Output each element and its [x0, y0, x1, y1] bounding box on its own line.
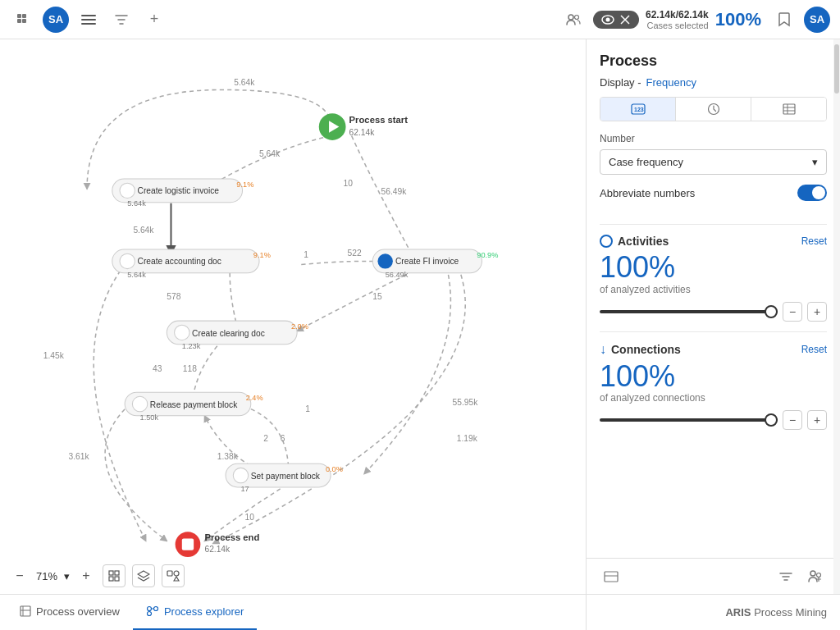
frequency-link[interactable]: Frequency — [646, 76, 696, 89]
zoom-minus-button[interactable]: − — [10, 566, 30, 586]
zoom-plus-button[interactable]: + — [76, 566, 96, 586]
svg-text:1.50k: 1.50k — [140, 413, 159, 422]
svg-rect-72 — [109, 577, 113, 581]
activities-circle-icon — [600, 235, 613, 248]
activities-percentage: 100% — [600, 251, 827, 284]
svg-text:10: 10 — [245, 513, 255, 522]
svg-text:5.64k: 5.64k — [127, 199, 146, 208]
number-value: Case frequency — [609, 156, 683, 168]
svg-text:15: 15 — [372, 293, 382, 302]
tab-process-explorer[interactable]: Process explorer — [133, 595, 258, 631]
connections-slider[interactable] — [600, 418, 778, 422]
panel-bottom-bar — [587, 558, 840, 594]
zoom-value[interactable]: 71% — [36, 570, 57, 582]
svg-point-90 — [147, 607, 151, 611]
svg-text:9.1%: 9.1% — [253, 251, 271, 259]
svg-text:56.49k: 56.49k — [386, 271, 409, 279]
activities-minus-button[interactable]: − — [783, 302, 802, 322]
cases-stats: 62.14k/62.14k Cases selected — [646, 9, 709, 30]
layout-icon[interactable] — [600, 565, 623, 588]
svg-point-42 — [120, 253, 135, 268]
svg-text:Create logistic invoice: Create logistic invoice — [138, 186, 220, 195]
svg-rect-67 — [182, 538, 194, 550]
eye-button[interactable] — [593, 11, 639, 29]
svg-rect-5 — [81, 19, 96, 21]
panel-scrollbar[interactable] — [833, 39, 840, 594]
people-icon[interactable] — [560, 7, 587, 33]
view-number-button[interactable]: 123 — [600, 98, 675, 121]
svg-point-37 — [120, 183, 135, 198]
svg-rect-2 — [17, 19, 21, 23]
activities-reset-link[interactable]: Reset — [801, 235, 827, 247]
svg-text:1.23k: 1.23k — [182, 342, 201, 350]
svg-point-85 — [810, 571, 815, 576]
svg-text:118: 118 — [183, 364, 197, 373]
activities-title: Activities — [618, 235, 669, 248]
svg-text:Process start: Process start — [349, 115, 409, 125]
connections-sub: of analyzed connections — [600, 392, 827, 404]
svg-text:9.1%: 9.1% — [236, 180, 253, 189]
svg-text:0.0%: 0.0% — [326, 465, 343, 473]
svg-text:Create clearing doc: Create clearing doc — [192, 329, 265, 338]
user-avatar[interactable]: SA — [804, 7, 830, 33]
view-grid-button[interactable] — [751, 98, 826, 121]
activities-plus-button[interactable]: + — [807, 302, 827, 322]
svg-point-52 — [175, 325, 189, 340]
svg-text:10: 10 — [343, 179, 353, 188]
percentage-stat: 100% — [715, 11, 761, 29]
svg-text:62.14k: 62.14k — [204, 545, 231, 554]
connections-arrow-icon: ↓ — [600, 342, 606, 357]
view-time-button[interactable] — [675, 98, 751, 121]
panel-title: Process — [587, 39, 840, 76]
svg-point-92 — [147, 612, 151, 616]
connections-minus-button[interactable]: − — [783, 410, 802, 430]
svg-point-7 — [568, 15, 573, 20]
connections-plus-button[interactable]: + — [807, 410, 827, 430]
svg-text:55.95k: 55.95k — [453, 398, 479, 407]
avatar[interactable]: SA — [43, 7, 69, 33]
connections-reset-link[interactable]: Reset — [801, 344, 827, 355]
connections-title: Connections — [611, 343, 681, 356]
display-label: Display - — [600, 76, 641, 89]
topbar: SA + 62.14k/62.14k Cases — [0, 0, 840, 39]
svg-text:43: 43 — [153, 364, 162, 373]
svg-text:1.19k: 1.19k — [457, 434, 478, 443]
tab-overview-label: Process overview — [36, 605, 120, 618]
abbreviate-row: Abbreviate numbers — [600, 185, 827, 201]
svg-text:90.9%: 90.9% — [477, 251, 498, 259]
tab-process-overview[interactable]: Process overview — [7, 595, 133, 631]
svg-text:2.0%: 2.0% — [291, 322, 308, 331]
connections-percentage: 100% — [600, 360, 827, 393]
activities-slider[interactable] — [600, 310, 778, 313]
right-panel: Process Display - Frequency 123 — [586, 39, 840, 594]
zoom-dropdown[interactable]: ▾ — [64, 570, 70, 582]
svg-rect-70 — [109, 571, 113, 575]
divider-2 — [600, 331, 827, 332]
grid-icon[interactable] — [10, 7, 36, 33]
svg-rect-3 — [22, 19, 26, 23]
svg-text:2: 2 — [263, 434, 268, 443]
abbreviate-toggle[interactable] — [797, 185, 827, 201]
process-map-svg: 5.64k 56.49k 5.64k 578 522 15 55.95k 43 … — [0, 39, 586, 594]
view-toggle: 123 — [600, 97, 827, 121]
number-select[interactable]: Case frequency ▾ — [600, 149, 827, 175]
svg-text:5.64k: 5.64k — [234, 78, 255, 87]
filter-settings-icon[interactable] — [774, 565, 797, 588]
bookmark-icon[interactable] — [771, 7, 797, 33]
menu-icon[interactable] — [75, 7, 102, 33]
panel-bottom-icons-right — [774, 565, 827, 588]
abbreviate-label: Abbreviate numbers — [600, 187, 695, 199]
svg-point-62 — [233, 468, 248, 482]
fit-screen-button[interactable] — [103, 564, 126, 587]
brand-section: ARIS Process Mining — [586, 595, 840, 630]
add-icon[interactable]: + — [141, 7, 167, 33]
tab-explorer-label: Process explorer — [164, 605, 244, 618]
layers-button[interactable] — [132, 564, 155, 587]
svg-point-86 — [817, 573, 821, 577]
person-icon[interactable] — [804, 565, 827, 588]
filter-icon[interactable] — [108, 7, 135, 33]
shapes-button[interactable] — [162, 564, 185, 587]
svg-point-8 — [574, 15, 578, 19]
process-canvas[interactable]: 5.64k 56.49k 5.64k 578 522 15 55.95k 43 … — [0, 39, 586, 594]
svg-text:3.61k: 3.61k — [69, 452, 90, 461]
